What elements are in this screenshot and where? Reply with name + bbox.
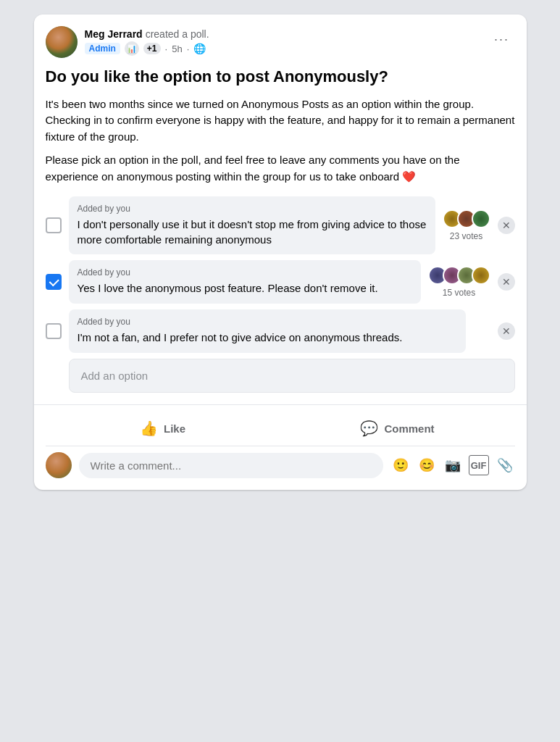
poll-checkbox-3[interactable] [46, 323, 62, 339]
meta-line: Admin 📊 +1 · 5h · 🌐 [85, 41, 209, 56]
option-text-2: Yes I love the anonymous post feature. P… [78, 280, 412, 296]
comment-bar: 🙂 😊 📷 GIF 📎 [46, 446, 515, 478]
poll-section: Added by you I don't personally use it b… [46, 196, 515, 393]
remove-option-2-button[interactable]: ✕ [498, 273, 515, 291]
option-added-by-2: Added by you [78, 267, 412, 278]
post-body-paragraph-2: Please pick an option in the poll, and f… [46, 152, 515, 185]
poll-option-3: Added by you I'm not a fan, and I prefer… [46, 309, 515, 353]
author-info: Meg Jerrard created a poll. Admin 📊 +1 ·… [85, 28, 209, 56]
vote-avatars-2 [428, 266, 490, 285]
vote-avatar-1c [472, 209, 490, 228]
emoji-icon[interactable]: 🙂 [390, 455, 411, 475]
post-title: Do you like the option to post Anonymous… [46, 67, 515, 88]
author-line: Meg Jerrard created a poll. [85, 28, 209, 40]
comment-icon: 💬 [360, 420, 378, 437]
comment-button[interactable]: 💬 Comment [280, 414, 515, 443]
like-label: Like [164, 422, 185, 435]
action-bar: 👍 Like 💬 Comment [46, 411, 515, 446]
option-card-2: Added by you Yes I love the anonymous po… [69, 260, 421, 304]
sticker-icon[interactable]: 😊 [417, 455, 437, 475]
more-options-button[interactable]: ··· [489, 26, 515, 52]
like-button[interactable]: 👍 Like [46, 414, 280, 443]
option-added-by-3: Added by you [78, 317, 457, 327]
like-icon: 👍 [140, 420, 158, 437]
vote-avatar-2d [472, 266, 490, 285]
poll-checkbox-2[interactable] [46, 274, 62, 290]
divider-top [34, 404, 527, 405]
comment-icons: 🙂 😊 📷 GIF 📎 [390, 455, 515, 475]
comment-input[interactable] [79, 453, 383, 478]
poll-icon: 📊 [125, 41, 139, 56]
post-time: 5h [172, 43, 182, 54]
vote-count-1: 23 votes [450, 231, 482, 241]
vote-count-2: 15 votes [443, 288, 475, 298]
post-body-paragraph-1: It's been two months since we turned on … [46, 96, 515, 146]
option-card-3: Added by you I'm not a fan, and I prefer… [69, 309, 466, 353]
poll-option-1: Added by you I don't personally use it b… [46, 196, 515, 254]
vote-avatars-1 [443, 209, 490, 228]
option-card-1: Added by you I don't personally use it b… [69, 196, 435, 254]
option-votes-2: 15 votes [428, 266, 490, 298]
poll-checkbox-1[interactable] [46, 217, 62, 233]
gif-icon[interactable]: GIF [469, 455, 489, 475]
add-option-placeholder: Add an option [81, 370, 149, 382]
author-avatar [46, 26, 78, 58]
author-action: created a poll. [146, 28, 209, 40]
post-card: Meg Jerrard created a poll. Admin 📊 +1 ·… [34, 14, 527, 490]
add-option-field[interactable]: Add an option [69, 359, 515, 393]
poll-option-2: Added by you Yes I love the anonymous po… [46, 260, 515, 304]
post-header-left: Meg Jerrard created a poll. Admin 📊 +1 ·… [46, 26, 209, 58]
option-text-3: I'm not a fan, and I prefer not to give … [78, 330, 457, 345]
option-votes-1: 23 votes [443, 209, 490, 241]
globe-separator: · [187, 43, 190, 54]
camera-icon[interactable]: 📷 [443, 455, 463, 475]
comment-label: Comment [384, 422, 434, 435]
post-body: It's been two months since we turned on … [46, 96, 515, 186]
author-name: Meg Jerrard [85, 28, 143, 40]
attachment-icon[interactable]: 📎 [495, 455, 515, 475]
plus-count: +1 [143, 43, 161, 54]
remove-option-3-button[interactable]: ✕ [498, 322, 515, 340]
meta-separator: · [165, 43, 168, 54]
comment-avatar [46, 452, 72, 478]
option-added-by-1: Added by you [78, 204, 427, 214]
admin-badge: Admin [85, 43, 120, 54]
option-text-1: I don't personally use it but it doesn't… [78, 217, 427, 247]
remove-option-1-button[interactable]: ✕ [498, 217, 515, 234]
post-header: Meg Jerrard created a poll. Admin 📊 +1 ·… [46, 26, 515, 58]
globe-icon: 🌐 [193, 43, 206, 54]
